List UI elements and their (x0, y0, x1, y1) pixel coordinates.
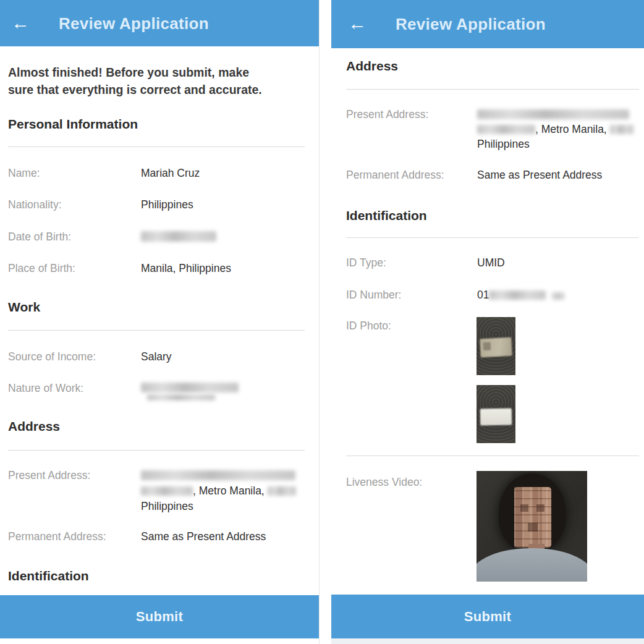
dob-label: Date of Birth: (8, 229, 71, 244)
intro-text: Almost finished! Before you submit, make… (8, 64, 311, 98)
submit-button[interactable]: Submit (331, 595, 644, 638)
pixel-block (520, 504, 528, 512)
pixelation-overlay (514, 487, 551, 548)
divider (346, 455, 639, 456)
section-heading-identification: Identification (8, 569, 89, 583)
present-address-metro-text: , Metro Manila, (193, 485, 265, 497)
nationality-value: Philippines (141, 197, 193, 213)
id-type-label: ID Type: (346, 255, 386, 270)
name-label: Name: (8, 166, 40, 180)
divider (8, 330, 305, 331)
id-photo-front-thumbnail[interactable] (477, 317, 515, 375)
id-photo-label: ID Photo: (346, 318, 391, 333)
section-heading-address: Address (8, 419, 60, 434)
back-arrow-icon[interactable]: ← (348, 14, 366, 33)
liveness-video-label: Liveness Video: (346, 475, 422, 489)
back-arrow-icon[interactable]: ← (11, 13, 30, 32)
pob-label: Place of Birth: (8, 261, 75, 276)
id-card-front-image (480, 337, 512, 358)
present-address-label: Present Address: (346, 107, 428, 122)
nationality-label: Nationality: (8, 197, 62, 212)
section-heading-address: Address (346, 59, 398, 74)
divider (8, 146, 305, 147)
submit-button[interactable]: Submit (0, 595, 319, 638)
page-title: Review Application (59, 14, 209, 33)
right-screen: ← Review Application Address Present Add… (331, 0, 644, 644)
left-app-bar: ← Review Application (0, 0, 319, 46)
divider (8, 450, 305, 451)
redacted-address-part (610, 125, 633, 134)
page-title: Review Application (396, 15, 546, 34)
bottom-strip (331, 638, 644, 644)
redacted-id-number (552, 292, 564, 300)
section-heading-identification: Identification (346, 208, 427, 223)
section-heading-personal-information: Personal Information (8, 117, 138, 132)
redacted-address-line (141, 470, 295, 480)
pixelated-face (514, 487, 551, 548)
redacted-address-part (141, 486, 193, 496)
source-of-income-value: Salary (141, 349, 172, 365)
present-address-country: Philippines (477, 137, 640, 151)
person-shirt (477, 548, 587, 582)
permanent-address-label: Permanent Address: (346, 167, 445, 182)
source-of-income-label: Source of Income: (8, 349, 96, 364)
left-screen: ← Review Application Almost finished! Be… (0, 0, 320, 644)
section-heading-work: Work (8, 300, 40, 315)
permanent-address-label: Permanent Address: (8, 529, 107, 544)
redacted-address-line (477, 109, 629, 119)
divider (346, 237, 639, 238)
id-number-value: 01 (477, 287, 564, 303)
liveness-video-thumbnail[interactable] (477, 471, 587, 582)
id-number-label: ID Number: (346, 287, 401, 302)
nature-of-work-value-redacted (141, 383, 239, 392)
permanent-address-value: Same as Present Address (141, 529, 266, 544)
intro-line-1: Almost finished! Before you submit, make (8, 64, 311, 81)
dob-value-redacted (141, 231, 216, 242)
id-type-value: UMID (477, 255, 505, 271)
permanent-address-value: Same as Present Address (477, 167, 602, 183)
present-address-country: Philippines (141, 499, 311, 514)
pixel-block (528, 523, 538, 532)
redacted-id-number (489, 290, 546, 300)
pob-value: Manila, Philippines (141, 261, 231, 276)
present-address-value: , Metro Manila, Philippines (477, 107, 640, 151)
pixel-block (536, 504, 544, 512)
nature-of-work-value-redacted (147, 394, 215, 400)
present-address-value: , Metro Manila, Philippines (141, 468, 311, 514)
id-card-back-image (480, 409, 512, 426)
id-photo-back-thumbnail[interactable] (477, 385, 515, 443)
present-address-label: Present Address: (8, 468, 90, 483)
name-value: Mariah Cruz (141, 166, 200, 181)
right-app-bar: ← Review Application (331, 0, 644, 48)
intro-line-2: sure that everything is correct and accu… (8, 81, 311, 98)
redacted-address-part (268, 486, 296, 496)
redacted-address-part (477, 125, 535, 134)
present-address-metro-text: , Metro Manila, (535, 123, 607, 135)
nature-of-work-label: Nature of Work: (8, 381, 83, 396)
id-number-visible-digits: 01 (477, 289, 489, 301)
divider (346, 89, 639, 90)
